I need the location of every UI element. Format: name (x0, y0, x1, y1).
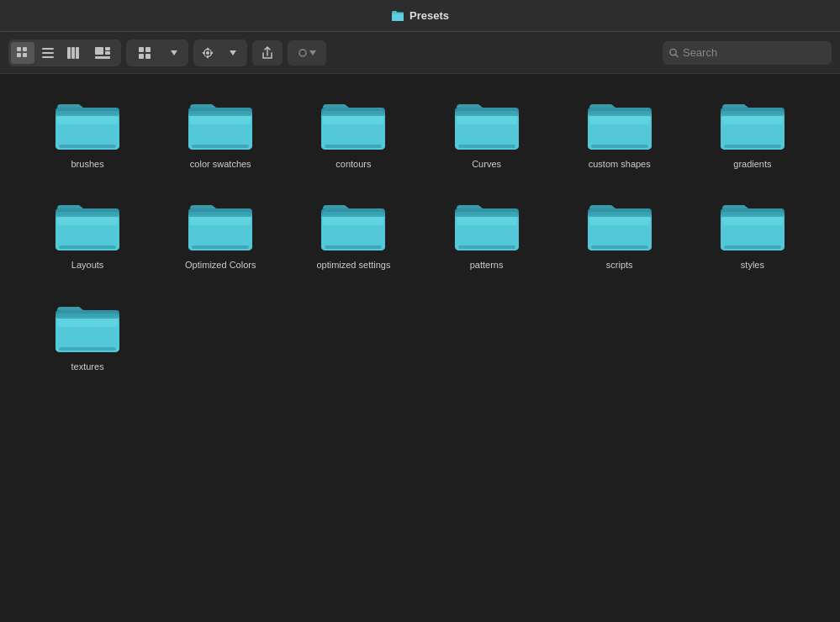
svg-rect-34 (192, 145, 249, 148)
svg-rect-15 (145, 47, 151, 52)
folder-item-styles[interactable]: styles (690, 192, 815, 276)
svg-rect-70 (192, 245, 249, 249)
view-mode-group (8, 40, 121, 66)
svg-rect-87 (588, 208, 652, 217)
folder-label-textures: textures (71, 361, 104, 372)
view-size-button[interactable] (129, 42, 161, 64)
svg-rect-5 (42, 52, 54, 54)
folder-label-layouts: Layouts (71, 259, 104, 271)
folder-label-contours: contours (335, 158, 371, 170)
folder-item-brushes[interactable]: brushes (25, 91, 150, 175)
svg-rect-57 (721, 108, 785, 116)
svg-rect-28 (59, 145, 116, 148)
search-icon (669, 48, 679, 58)
svg-rect-93 (721, 208, 785, 217)
svg-point-18 (206, 51, 209, 55)
svg-rect-81 (455, 208, 519, 217)
folder-icon-curves (453, 96, 520, 151)
tag-button[interactable] (288, 40, 326, 66)
folder-item-custom-shapes[interactable]: custom shapes (557, 91, 682, 175)
folder-item-contours[interactable]: contours (291, 91, 415, 175)
svg-rect-75 (321, 208, 385, 217)
folder-icon-optimized-settings (320, 197, 387, 252)
svg-rect-33 (188, 108, 252, 116)
folder-icon-brushes (54, 96, 121, 151)
folder-item-color-swatches[interactable]: color swatches (158, 91, 283, 175)
svg-rect-58 (724, 145, 781, 148)
svg-rect-94 (724, 245, 781, 249)
view-size-dropdown[interactable] (162, 42, 186, 64)
folder-icon-patterns (453, 197, 520, 252)
svg-point-20 (299, 50, 306, 56)
svg-rect-17 (145, 54, 151, 59)
svg-rect-11 (105, 47, 110, 50)
share-button[interactable] (252, 40, 283, 66)
svg-rect-51 (588, 108, 652, 116)
window-title: Presets (409, 9, 449, 22)
gallery-view-button[interactable] (87, 42, 119, 64)
svg-rect-1 (23, 47, 27, 51)
search-input[interactable] (683, 46, 825, 59)
svg-rect-52 (591, 145, 648, 148)
folder-item-optimized-settings[interactable]: optimized settings (291, 192, 415, 276)
svg-rect-100 (59, 347, 116, 351)
svg-rect-82 (458, 245, 515, 249)
svg-line-22 (675, 55, 678, 57)
toolbar (0, 32, 840, 74)
column-view-button[interactable] (61, 42, 85, 64)
svg-rect-4 (42, 48, 54, 50)
folder-icon-color-swatches (187, 96, 254, 151)
folder-icon-custom-shapes (586, 96, 653, 151)
folder-icon-styles (719, 197, 786, 252)
folder-label-brushes: brushes (71, 158, 104, 170)
icon-view-button[interactable] (11, 42, 34, 64)
svg-rect-40 (325, 145, 382, 148)
settings-button[interactable] (196, 42, 219, 64)
folder-label-color-swatches: color swatches (190, 158, 251, 170)
svg-rect-7 (67, 47, 71, 59)
folder-item-gradients[interactable]: gradients (690, 91, 815, 175)
folder-label-patterns: patterns (470, 259, 504, 271)
folder-item-curves[interactable]: Curves (425, 91, 549, 175)
settings-group (193, 40, 247, 66)
search-bar[interactable] (663, 41, 832, 65)
list-view-button[interactable] (36, 42, 60, 64)
title-bar-title: Presets (391, 9, 449, 22)
svg-rect-2 (17, 53, 21, 57)
svg-rect-45 (455, 108, 519, 116)
svg-rect-0 (17, 47, 21, 51)
folder-icon-contours (320, 96, 387, 151)
folder-icon-textures (54, 298, 121, 354)
folder-item-textures[interactable]: textures (25, 293, 150, 377)
folder-icon-optimized-colors (187, 197, 254, 252)
svg-rect-8 (71, 47, 75, 59)
svg-rect-88 (591, 245, 648, 249)
folder-item-scripts[interactable]: scripts (557, 192, 682, 276)
svg-rect-13 (95, 56, 110, 59)
svg-rect-99 (55, 310, 119, 319)
folder-label-styles: styles (741, 259, 764, 271)
folder-label-optimized-colors: Optimized Colors (185, 259, 256, 271)
svg-rect-3 (23, 53, 27, 57)
settings-dropdown[interactable] (221, 42, 245, 64)
svg-rect-69 (188, 208, 252, 217)
folder-item-patterns[interactable]: patterns (425, 192, 549, 276)
folder-label-curves: Curves (472, 158, 501, 170)
folder-icon-scripts (586, 197, 653, 252)
view-size-group (126, 40, 188, 66)
svg-rect-9 (76, 47, 79, 59)
main-content: brushes color swatches contours (0, 74, 840, 622)
folder-item-layouts[interactable]: Layouts (25, 192, 150, 276)
folder-label-gradients: gradients (733, 158, 771, 170)
svg-rect-14 (139, 47, 144, 52)
folder-icon-layouts (54, 197, 121, 252)
folder-label-scripts: scripts (606, 259, 633, 271)
svg-rect-63 (55, 208, 119, 217)
svg-rect-16 (139, 54, 144, 59)
title-folder-icon (391, 10, 404, 22)
folder-item-optimized-colors[interactable]: Optimized Colors (158, 192, 283, 276)
svg-rect-76 (325, 245, 382, 249)
title-bar: Presets (0, 0, 840, 32)
folder-grid: brushes color swatches contours (25, 91, 815, 377)
svg-rect-46 (458, 145, 515, 148)
